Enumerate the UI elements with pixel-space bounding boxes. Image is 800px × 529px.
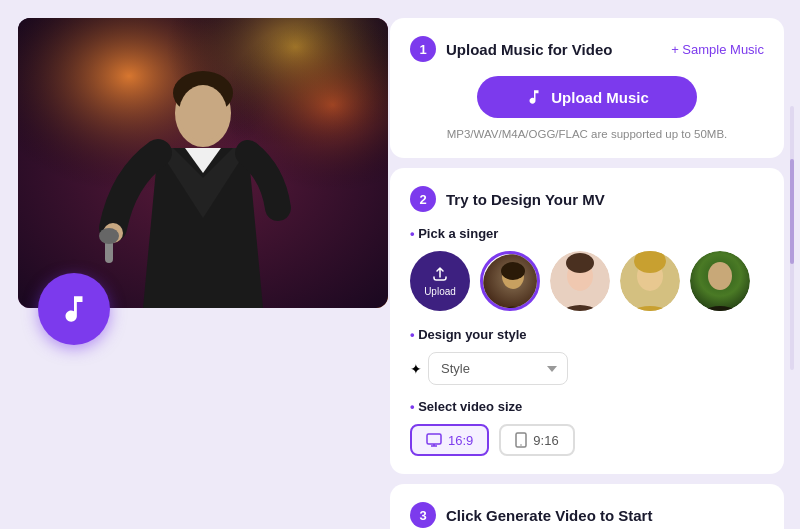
scrollbar-track[interactable]: [790, 106, 794, 371]
svg-point-9: [99, 228, 119, 244]
step3-title: Click Generate Video to Start: [446, 507, 764, 524]
select-size-label: Select video size: [410, 399, 764, 414]
style-select[interactable]: Style Pop Rock Jazz Classical: [428, 352, 568, 385]
scrollbar-thumb[interactable]: [790, 159, 794, 265]
music-note-icon: [57, 292, 91, 326]
singer-avatar-4[interactable]: [690, 251, 750, 311]
size-16-9[interactable]: 16:9: [410, 424, 489, 456]
singer-avatar-1[interactable]: [480, 251, 540, 311]
upload-arrow-icon: [431, 265, 449, 283]
music-note-upload-icon: [525, 88, 543, 106]
video-size-options: 16:9 9:16: [410, 424, 764, 456]
step1-title: Upload Music for Video: [446, 41, 661, 58]
step3-header: 3 Click Generate Video to Start: [410, 502, 764, 528]
step3-card: 3 Click Generate Video to Start Generate…: [390, 484, 784, 529]
singer1-svg: [483, 254, 540, 311]
supported-formats-text: MP3/WAV/M4A/OGG/FLAC are supported up to…: [447, 128, 728, 140]
left-panel: [0, 0, 390, 529]
step1-header: 1 Upload Music for Video + Sample Music: [410, 36, 764, 62]
svg-point-20: [708, 262, 732, 290]
monitor-icon: [426, 433, 442, 447]
style-icon: ✦: [410, 361, 422, 377]
singers-row: Upload: [410, 251, 764, 311]
singer2-svg: [550, 251, 610, 311]
size-9-16-label: 9:16: [533, 433, 558, 448]
svg-point-6: [179, 85, 227, 141]
sample-music-link[interactable]: + Sample Music: [671, 42, 764, 57]
upload-section: Upload Music MP3/WAV/M4A/OGG/FLAC are su…: [410, 76, 764, 140]
svg-point-25: [521, 444, 523, 446]
mobile-icon: [515, 432, 527, 448]
singer-avatar-2[interactable]: [550, 251, 610, 311]
step2-card: 2 Try to Design Your MV Pick a singer Up…: [390, 168, 784, 474]
step2-badge: 2: [410, 186, 436, 212]
svg-point-15: [566, 253, 594, 273]
music-icon-badge: [38, 273, 110, 345]
singer-svg: [18, 18, 388, 308]
size-9-16[interactable]: 9:16: [499, 424, 574, 456]
upload-singer-label: Upload: [424, 286, 456, 297]
style-select-container: ✦ Style Pop Rock Jazz Classical: [410, 352, 764, 385]
step1-badge: 1: [410, 36, 436, 62]
hero-image: [18, 18, 388, 308]
singer-upload-button[interactable]: Upload: [410, 251, 470, 311]
pick-singer-label: Pick a singer: [410, 226, 764, 241]
right-panel: 1 Upload Music for Video + Sample Music …: [390, 0, 800, 529]
step1-card: 1 Upload Music for Video + Sample Music …: [390, 18, 784, 158]
design-style-label: Design your style: [410, 327, 764, 342]
upload-music-button[interactable]: Upload Music: [477, 76, 697, 118]
step2-header: 2 Try to Design Your MV: [410, 186, 764, 212]
step2-title: Try to Design Your MV: [446, 191, 764, 208]
svg-rect-21: [427, 434, 441, 444]
singer-avatar-3[interactable]: [620, 251, 680, 311]
singer4-svg: [690, 251, 750, 311]
size-16-9-label: 16:9: [448, 433, 473, 448]
step3-badge: 3: [410, 502, 436, 528]
singer3-svg: [620, 251, 680, 311]
svg-point-12: [501, 262, 525, 280]
